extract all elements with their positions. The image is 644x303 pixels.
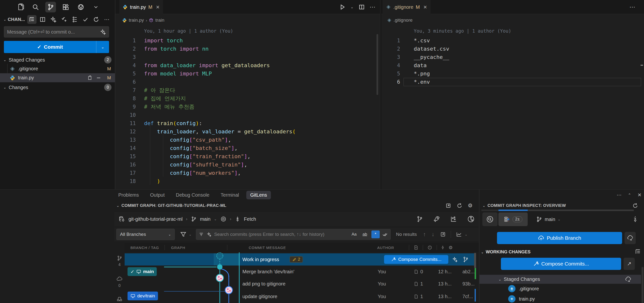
push-cloud-button[interactable] (624, 232, 636, 244)
refresh-icon[interactable] (632, 203, 638, 208)
minimap-toggle-icon[interactable] (456, 231, 462, 238)
code-line[interactable]: import torch (144, 36, 183, 45)
publish-branch-button[interactable]: Publish Branch (497, 232, 622, 244)
code-line[interactable]: from model import MLP (144, 70, 212, 78)
staged-file-trainpy[interactable]: train.py M (0, 73, 115, 82)
match-case-toggle[interactable]: Aa (350, 230, 358, 238)
sparkle-icon[interactable] (452, 256, 458, 262)
code-line[interactable]: config["csv_path"], (144, 136, 231, 144)
activity-more-icon[interactable] (90, 2, 101, 12)
inspect-staged-changes-row[interactable]: ⌄ Staged Changes (480, 275, 641, 284)
chevron-down-icon[interactable]: ⌄ (4, 18, 6, 22)
code-line[interactable]: config["batch_size"], (144, 144, 238, 152)
panel-close-icon[interactable]: ✕ (638, 192, 642, 198)
compose-commits-button[interactable]: Compose Commits... (384, 255, 448, 264)
create-branch-icon[interactable] (416, 216, 423, 222)
open-changes-icon[interactable] (38, 15, 47, 24)
explorer-icon[interactable] (15, 2, 26, 12)
tab-terminal[interactable]: Terminal (216, 191, 243, 199)
unstage-minus-icon[interactable] (96, 75, 101, 80)
inspect-tab-wip[interactable]: 2± (498, 212, 528, 226)
panel-maximize-icon[interactable]: ⌃ (628, 193, 631, 198)
code-line[interactable]: *.env (414, 78, 430, 86)
panel-more-icon[interactable]: ⋯ (617, 192, 622, 198)
changes-column-icon[interactable] (414, 245, 418, 250)
inspect-file-trainpy[interactable]: + train.py (508, 295, 535, 302)
view-as-tree-icon[interactable] (27, 15, 36, 24)
commit-dropdown-button[interactable]: ⌄ (96, 41, 109, 53)
refresh-icon[interactable] (92, 15, 101, 24)
code-line[interactable]: data (414, 61, 427, 70)
inspect-scrollbar[interactable] (642, 267, 644, 303)
inspect-branch-selector[interactable]: main ⌄ (536, 212, 560, 226)
search-icon[interactable] (30, 2, 41, 12)
commits-view-icon[interactable] (70, 15, 79, 24)
code-line[interactable]: train_loader, val_loader = get_dataloade… (144, 128, 296, 136)
target-icon[interactable] (220, 216, 226, 222)
extensions-icon[interactable] (60, 2, 71, 12)
code-line[interactable]: config["shuffle_train"], (144, 161, 247, 169)
columns-gear-icon[interactable]: ⚙ (448, 245, 453, 250)
view-as-tree-icon[interactable] (635, 248, 641, 255)
staged-file-gitignore[interactable]: .gitignore M (0, 64, 115, 73)
run-dropdown-icon[interactable]: ⌄ (350, 5, 354, 9)
gear-icon[interactable]: ⚙ (468, 202, 473, 209)
code-line[interactable]: # 집에 언제가지 (144, 94, 186, 103)
code-line[interactable]: dataset.csv (414, 45, 449, 53)
code-line[interactable]: # 저녁 메뉴 추천좀 (144, 103, 194, 111)
pull-icon[interactable] (632, 216, 639, 223)
editor-more-icon[interactable]: ⋯ (370, 4, 376, 10)
editor-more-icon[interactable]: ⋯ (630, 4, 636, 10)
create-branch-plus-icon[interactable] (462, 256, 469, 262)
open-compose-button[interactable]: ↗ (624, 258, 635, 270)
split-editor-icon[interactable] (358, 4, 365, 10)
next-match-icon[interactable]: ↓ (432, 231, 434, 238)
code-line[interactable]: # 아 잠온다 (144, 86, 175, 94)
tab-gitlens[interactable]: GitLens (246, 191, 271, 199)
breadcrumb[interactable]: .gitignore (387, 18, 412, 23)
visualize-chart-icon[interactable] (450, 216, 457, 222)
close-icon[interactable]: ✕ (423, 4, 427, 10)
inspect-hscroll-thumb[interactable] (498, 210, 528, 211)
compose-commits-button[interactable]: Compose Commits... (501, 258, 621, 270)
sparkle-icon[interactable] (206, 232, 212, 237)
changes-header[interactable]: ⌄ Changes 0 (0, 83, 115, 92)
code-line[interactable]: *.png (414, 70, 430, 78)
close-icon[interactable]: ✕ (156, 4, 160, 10)
run-python-icon[interactable] (339, 4, 346, 10)
open-file-icon[interactable] (87, 75, 92, 80)
unstage-all-cloud-icon[interactable] (625, 276, 631, 282)
ai-sparkle-icon[interactable] (49, 15, 58, 24)
tab-debug-console[interactable]: Debug Console (172, 191, 214, 199)
search-all-icon[interactable] (382, 232, 388, 237)
search-commits-input[interactable]: Search commits (press Enter to search, ↑… (196, 229, 391, 240)
commit-button[interactable]: ✓Commit ⌄ (4, 41, 109, 53)
inspect-section-header[interactable]: ⌄ COMMIT GRAPH INSPECT: OVERVIEW (482, 201, 566, 210)
commit-message-input[interactable]: Message (Ctrl+⏎ to commit o... (4, 26, 109, 38)
graph-circled-branch-icon[interactable] (467, 216, 474, 223)
open-search-editor-icon[interactable] (440, 232, 446, 237)
wip-changes-badge[interactable]: 2 (290, 256, 303, 262)
tab-output[interactable]: Output (146, 191, 168, 199)
inspect-file-gitignore[interactable]: ± .gitignore (508, 285, 539, 292)
fetch-label[interactable]: Fetch (244, 216, 256, 222)
commit-check-icon[interactable] (81, 15, 90, 24)
whole-word-toggle[interactable]: ab (361, 230, 369, 238)
refresh-icon[interactable] (456, 203, 462, 208)
sha-column-icon[interactable] (440, 245, 445, 250)
code-line[interactable]: config["train_fraction"], (144, 152, 250, 161)
undo-commit-icon[interactable] (60, 15, 69, 24)
inspect-search-button[interactable] (482, 212, 498, 226)
staged-changes-header[interactable]: ⌄ Staged Changes 2 (0, 56, 115, 64)
branch-name[interactable]: main (200, 216, 210, 222)
tab-problems[interactable]: Problems (114, 191, 142, 199)
date-column-icon[interactable] (428, 245, 432, 250)
code-line[interactable]: ) (144, 177, 160, 186)
branches-filter-dropdown[interactable]: All Branches⌄ (116, 229, 175, 240)
more-actions-icon[interactable]: ⋯ (102, 15, 112, 24)
code-line[interactable]: from data_loader import get_dataloaders (144, 61, 270, 70)
code-line[interactable]: __pycache__ (414, 53, 449, 61)
regex-toggle[interactable]: * (372, 230, 380, 238)
chatgpt-icon[interactable] (76, 2, 86, 12)
source-control-icon[interactable] (45, 2, 56, 12)
